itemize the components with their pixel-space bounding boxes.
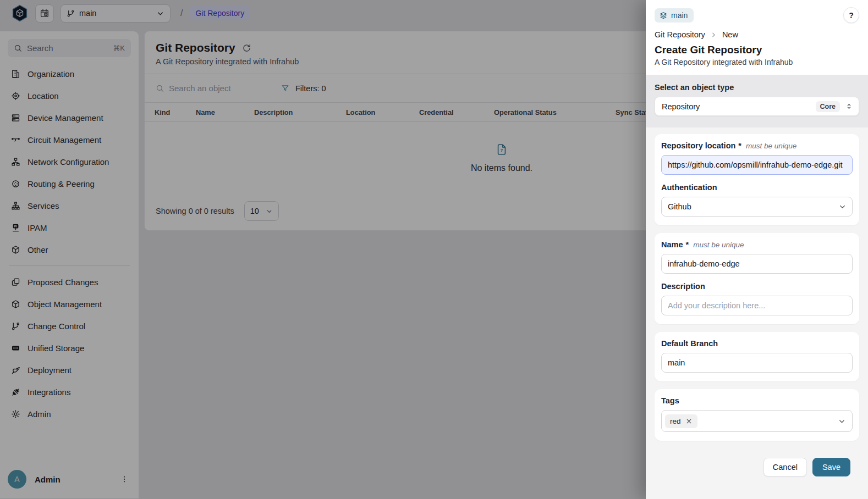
drawer-header: main ? Git Repository New Create Git Rep… <box>646 0 868 75</box>
authentication-select[interactable] <box>661 197 853 217</box>
form-card-location-auth: Repository location* must be unique Auth… <box>655 134 859 225</box>
drawer-subtitle: A Git Repository integrated with Infrahu… <box>655 58 859 66</box>
description-input[interactable] <box>661 296 853 315</box>
unique-hint: must be unique <box>693 241 744 249</box>
layers-icon <box>660 12 667 19</box>
branch-badge-label: main <box>671 11 688 20</box>
drawer-breadcrumb: Git Repository New <box>655 30 859 39</box>
tags-multiselect[interactable]: red <box>661 410 853 432</box>
tags-label: Tags <box>661 396 853 405</box>
default-branch-input[interactable] <box>661 353 853 373</box>
repository-location-input[interactable] <box>661 155 853 175</box>
unique-hint: must be unique <box>746 142 796 150</box>
chevron-down-icon <box>838 417 846 425</box>
chevrons-up-down-icon <box>845 102 853 110</box>
drawer-title: Create Git Repository <box>655 44 859 56</box>
create-git-repository-drawer: main ? Git Repository New Create Git Rep… <box>646 0 868 499</box>
drawer-breadcrumb-parent[interactable]: Git Repository <box>655 30 705 39</box>
location-label: Repository location* must be unique <box>661 141 853 150</box>
tag-chip-label: red <box>670 417 681 425</box>
drawer-form: Repository location* must be unique Auth… <box>646 127 868 499</box>
remove-tag-icon[interactable] <box>685 418 693 425</box>
object-type-value: Repository <box>662 102 811 111</box>
object-type-section: Select an object type Repository Core <box>646 75 868 127</box>
form-card-name-description: Name* must be unique Description <box>655 233 859 324</box>
required-marker: * <box>686 240 689 249</box>
drawer-breadcrumb-current: New <box>722 30 738 39</box>
name-label: Name* must be unique <box>661 240 853 249</box>
drawer-footer: Cancel Save <box>655 448 859 476</box>
form-card-tags: Tags red <box>655 389 859 441</box>
default-branch-label: Default Branch <box>661 339 853 348</box>
required-marker: * <box>738 141 741 150</box>
chevron-down-icon <box>838 203 847 211</box>
name-input[interactable] <box>661 254 853 274</box>
help-button[interactable]: ? <box>843 7 859 23</box>
namespace-badge: Core <box>816 101 840 112</box>
object-type-select[interactable]: Repository Core <box>655 97 859 116</box>
chevron-right-icon <box>710 31 717 38</box>
save-button[interactable]: Save <box>812 458 850 476</box>
authentication-label: Authentication <box>661 183 853 192</box>
tag-chip: red <box>665 414 697 428</box>
form-card-default-branch: Default Branch <box>655 332 859 381</box>
object-type-label: Select an object type <box>655 83 859 92</box>
cancel-button[interactable]: Cancel <box>763 458 807 476</box>
description-label: Description <box>661 282 853 291</box>
branch-badge[interactable]: main <box>655 8 694 23</box>
